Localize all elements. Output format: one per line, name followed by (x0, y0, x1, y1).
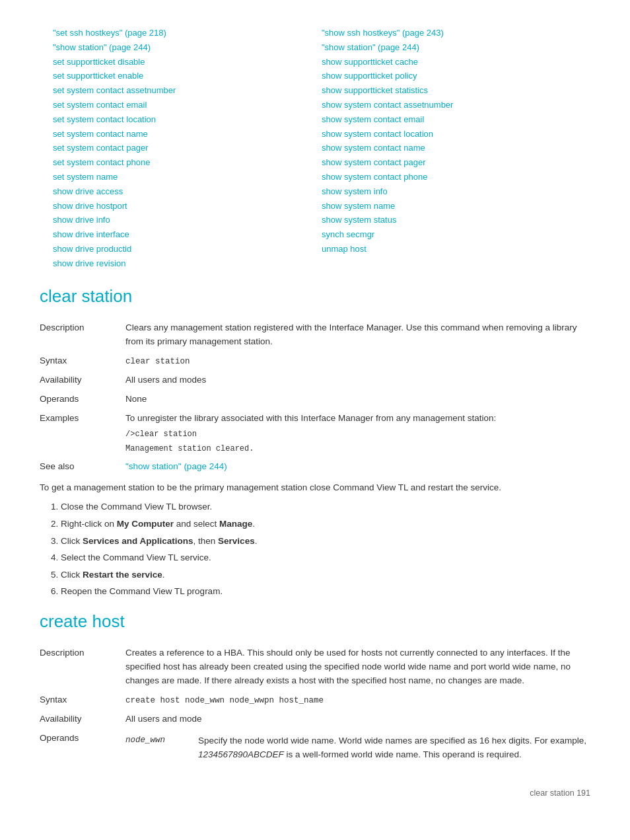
link-item[interactable]: set system contact phone (53, 156, 322, 170)
link-item[interactable]: set system contact assetnumber (53, 84, 322, 98)
link-item[interactable]: show drive productid (53, 243, 322, 256)
step-item: Select the Command View TL service. (61, 551, 590, 565)
link-item[interactable]: show system info (322, 185, 590, 199)
syntax-label: Syntax (40, 352, 125, 371)
see-also-link[interactable]: "show station" (page 244) (125, 461, 227, 471)
link-item[interactable]: set system name (53, 171, 322, 184)
link-item[interactable]: set system contact name (53, 128, 322, 141)
step-item: Click Restart the service. (61, 568, 590, 582)
link-item[interactable]: show drive access (53, 185, 322, 199)
ch-availability-label: Availability (40, 710, 125, 729)
link-item[interactable]: show system contact assetnumber (322, 98, 590, 112)
link-item[interactable]: set system contact email (53, 98, 322, 112)
operand-name: node_wwn (125, 732, 198, 765)
step-item: Click Services and Applications, then Se… (61, 534, 590, 549)
link-item[interactable]: unmap host (322, 243, 590, 256)
link-item[interactable]: show system contact pager (322, 156, 590, 170)
link-item[interactable]: show supportticket cache (322, 56, 590, 69)
link-item[interactable]: show system contact location (322, 128, 590, 141)
see-also-label: See also (40, 457, 125, 477)
description-label: Description (40, 319, 125, 352)
link-item[interactable]: set system contact location (53, 113, 322, 127)
link-item[interactable]: set system contact pager (53, 141, 322, 155)
step-item: Right-click on My Computer and select Ma… (61, 517, 590, 531)
examples-code2: Management station cleared. (125, 443, 590, 455)
examples-value: To unregister the library associated wit… (125, 409, 590, 457)
ch-description-value: Creates a reference to a HBA. This shoul… (125, 644, 590, 691)
examples-label: Examples (40, 409, 125, 457)
link-item[interactable]: "show station" (page 244) (322, 41, 590, 55)
link-item[interactable]: "show ssh hostkeys" (page 243) (322, 26, 590, 40)
ch-availability-value: All users and mode (125, 710, 590, 729)
clear-station-title: clear station (40, 283, 590, 309)
link-item[interactable]: show drive hostport (53, 200, 322, 213)
link-item[interactable]: show system name (322, 200, 590, 213)
ch-operands-value: node_wwn Specify the node world wide nam… (125, 729, 590, 767)
ch-description-label: Description (40, 644, 125, 691)
clear-station-body1: To get a management station to be the pr… (40, 480, 590, 495)
link-col-right: "show ssh hostkeys" (page 243)"show stat… (322, 26, 590, 271)
page-footer: clear station 191 (40, 787, 590, 800)
link-item[interactable]: show system contact email (322, 113, 590, 127)
operands-label: Operands (40, 390, 125, 409)
link-item[interactable]: show system status (322, 213, 590, 227)
link-item[interactable]: synch secmgr (322, 228, 590, 242)
description-value: Clears any management station registered… (125, 319, 590, 352)
create-host-title: create host (40, 608, 590, 634)
link-item[interactable]: show system contact phone (322, 171, 590, 184)
operands-inner-table: node_wwn Specify the node world wide nam… (125, 732, 590, 765)
link-grid: "set ssh hostkeys" (page 218)"show stati… (53, 26, 590, 271)
step-item: Reopen the Command View TL program. (61, 584, 590, 599)
availability-label: Availability (40, 371, 125, 390)
link-item[interactable]: show supportticket statistics (322, 84, 590, 98)
examples-intro: To unregister the library associated wit… (125, 413, 496, 423)
link-item[interactable]: show drive revision (53, 257, 322, 271)
link-item[interactable]: set supportticket disable (53, 56, 322, 69)
link-item[interactable]: show drive interface (53, 228, 322, 242)
availability-value: All users and modes (125, 371, 590, 390)
link-item[interactable]: show drive info (53, 213, 322, 227)
ch-operands-label: Operands (40, 729, 125, 767)
step-item: Close the Command View TL browser. (61, 500, 590, 514)
link-item[interactable]: "show station" (page 244) (53, 41, 322, 55)
link-item[interactable]: set supportticket enable (53, 69, 322, 83)
operands-value: None (125, 390, 590, 409)
ch-syntax-value: create host node_wwn node_wwpn host_name (125, 691, 590, 710)
clear-station-table: Description Clears any management statio… (40, 319, 590, 477)
link-item[interactable]: "set ssh hostkeys" (page 218) (53, 26, 322, 40)
link-item[interactable]: show system contact name (322, 141, 590, 155)
link-col-left: "set ssh hostkeys" (page 218)"show stati… (53, 26, 322, 271)
see-also-value: "show station" (page 244) (125, 457, 590, 477)
ch-syntax-label: Syntax (40, 691, 125, 710)
examples-code1: />clear station (125, 428, 590, 440)
operand-desc: Specify the node world wide name. World … (198, 732, 590, 765)
create-host-table: Description Creates a reference to a HBA… (40, 644, 590, 767)
link-item[interactable]: show supportticket policy (322, 69, 590, 83)
steps-list: Close the Command View TL browser.Right-… (61, 500, 590, 599)
syntax-value: clear station (125, 352, 590, 371)
